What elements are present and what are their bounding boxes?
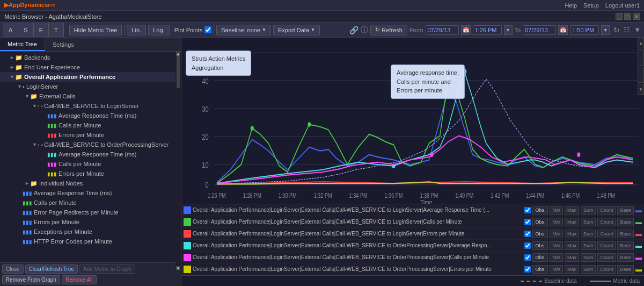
obs-btn[interactable]: Obs. bbox=[532, 230, 548, 238]
tree-item[interactable]: ▼ ▫ ▫ Call-WEB_SERVICE to OrderProcessin… bbox=[0, 140, 181, 149]
plot-points-checkbox[interactable] bbox=[204, 26, 211, 33]
tab-metric-tree[interactable]: Metric Tree bbox=[0, 38, 45, 51]
tree-item[interactable]: ▮▮▮ Average Response Time (ms) bbox=[0, 111, 181, 120]
tree-item[interactable]: ▮▮▮ Errors per Minute bbox=[0, 217, 181, 227]
count-btn[interactable]: Count bbox=[597, 206, 616, 215]
lin-btn[interactable]: Lin. bbox=[127, 25, 146, 35]
count-btn[interactable]: Count bbox=[597, 253, 616, 262]
refresh-icon2[interactable]: ↻ bbox=[613, 26, 620, 34]
tree-container[interactable]: ► 📁 Backends ► 📁 End User Experience ▼ 📁 bbox=[0, 52, 181, 262]
min-btn[interactable]: Min bbox=[550, 265, 563, 274]
to-date-input[interactable] bbox=[523, 25, 556, 35]
base-btn[interactable]: Base bbox=[617, 230, 634, 238]
close-btn[interactable]: Close bbox=[2, 264, 24, 274]
max-btn[interactable]: Max bbox=[565, 265, 579, 274]
logout-link[interactable]: Logout user1 bbox=[605, 2, 640, 9]
obs-btn[interactable]: Obs. bbox=[532, 241, 548, 250]
tree-item[interactable]: ▼ 📁 External Calls bbox=[0, 91, 181, 101]
to-time-down[interactable]: ▼ bbox=[601, 25, 610, 35]
refresh-btn[interactable]: ↻ Refresh bbox=[370, 25, 407, 35]
sum-btn[interactable]: Sum bbox=[581, 206, 596, 215]
tree-item[interactable]: ▮▮▮ HTTP Error Codes per Minute bbox=[0, 237, 181, 246]
sum-btn[interactable]: Sum bbox=[581, 265, 596, 274]
clear-refresh-tree-btn[interactable]: Clear/Refresh Tree bbox=[25, 264, 78, 274]
cam-icon[interactable]: ☷ bbox=[624, 26, 630, 34]
tree-item[interactable]: ▼ ▪ LoginServer bbox=[0, 82, 181, 91]
count-btn[interactable]: Count bbox=[597, 230, 616, 238]
legend-checkbox[interactable] bbox=[524, 219, 531, 225]
legend-checkbox[interactable] bbox=[524, 254, 531, 261]
count-btn[interactable]: Count bbox=[597, 218, 616, 226]
base-btn[interactable]: Base bbox=[617, 265, 634, 274]
obs-btn[interactable]: Obs. bbox=[532, 218, 548, 226]
tree-item[interactable]: ▮▮▮ Errors per Minute bbox=[0, 169, 181, 178]
base-btn[interactable]: Base bbox=[617, 206, 634, 215]
tree-item[interactable]: ► 📁 Individual Nodes bbox=[0, 178, 181, 188]
max-btn[interactable]: Max bbox=[565, 253, 579, 262]
legend-checkbox[interactable] bbox=[524, 231, 531, 237]
tree-item[interactable]: ▮▮▮ Calls per Minute bbox=[0, 120, 181, 130]
min-btn[interactable]: Min bbox=[550, 230, 563, 238]
down-icon[interactable]: ▼ bbox=[634, 26, 641, 34]
add-metric-to-graph-btn[interactable]: Add Metric to Graph bbox=[79, 264, 135, 274]
hide-metric-tree-btn[interactable]: Hide Metric Tree bbox=[69, 25, 122, 35]
tree-item[interactable]: ► 📁 Backends bbox=[0, 53, 181, 62]
tree-scrollbar[interactable]: ▲ ▼ bbox=[175, 52, 181, 270]
from-time-down[interactable]: ▼ bbox=[504, 25, 513, 35]
tree-item[interactable]: ▮▮▮ Average Response Time (ms) bbox=[0, 149, 181, 159]
nav-tab-3[interactable]: E bbox=[34, 23, 49, 37]
base-btn[interactable]: Base bbox=[617, 241, 634, 250]
sum-btn[interactable]: Sum bbox=[581, 253, 596, 262]
to-cal-btn[interactable]: 📅 bbox=[558, 25, 568, 35]
minimize-btn[interactable]: _ bbox=[616, 13, 623, 20]
export-data-btn[interactable]: Export Data▼ bbox=[273, 25, 320, 35]
close-window-btn[interactable]: ✕ bbox=[633, 13, 640, 20]
remove-all-btn[interactable]: Remove All bbox=[62, 275, 97, 284]
from-cal-btn[interactable]: 📅 bbox=[461, 25, 471, 35]
tree-item[interactable]: ▮▮▮ Average Response Time (ms) bbox=[0, 188, 181, 198]
link-icon[interactable]: 🔗 bbox=[349, 26, 358, 34]
sum-btn[interactable]: Sum bbox=[581, 218, 596, 226]
max-btn[interactable]: Max bbox=[565, 241, 579, 250]
baseline-btn[interactable]: Baseline: none▼ bbox=[216, 25, 271, 35]
tree-item[interactable]: ▼ 📁 Overall Application Performance bbox=[0, 72, 181, 82]
side-tab-1[interactable] bbox=[638, 49, 644, 66]
base-btn[interactable]: Base bbox=[617, 218, 634, 226]
max-btn[interactable]: Max bbox=[565, 218, 579, 226]
from-time-input[interactable] bbox=[473, 25, 502, 35]
min-btn[interactable]: Min bbox=[550, 253, 563, 262]
tree-item[interactable]: ▮▮▮ Error Page Redirects per Minute bbox=[0, 208, 181, 217]
remove-from-graph-btn[interactable]: Remove From Graph bbox=[2, 275, 60, 284]
side-tab-2[interactable] bbox=[638, 67, 644, 83]
tree-item[interactable]: ▮▮▮ Calls per Minute bbox=[0, 198, 181, 208]
sum-btn[interactable]: Sum bbox=[581, 230, 596, 238]
to-time-input[interactable] bbox=[570, 25, 599, 35]
nav-tab-2[interactable]: S bbox=[18, 23, 33, 37]
setup-link[interactable]: Setup bbox=[583, 2, 599, 9]
max-btn[interactable]: Max bbox=[565, 230, 579, 238]
side-tab-up[interactable]: ▲ bbox=[638, 38, 644, 48]
min-btn[interactable]: Min bbox=[550, 206, 563, 215]
obs-btn[interactable]: Obs. bbox=[532, 253, 548, 262]
legend-checkbox[interactable] bbox=[524, 266, 531, 273]
log-btn[interactable]: Log. bbox=[148, 25, 169, 35]
side-tab-down[interactable]: ▼ bbox=[638, 84, 644, 95]
tree-item[interactable]: ► 📁 End User Experience bbox=[0, 62, 181, 72]
count-btn[interactable]: Count bbox=[597, 241, 616, 250]
legend-checkbox[interactable] bbox=[524, 242, 531, 249]
info-icon[interactable]: ⓘ bbox=[361, 25, 368, 35]
tree-item[interactable]: ▮▮▮ Errors per Minute bbox=[0, 130, 181, 140]
from-date-input[interactable] bbox=[426, 25, 459, 35]
count-btn[interactable]: Count bbox=[597, 265, 616, 274]
obs-btn[interactable]: Obs. bbox=[532, 206, 548, 215]
min-btn[interactable]: Min bbox=[550, 241, 563, 250]
legend-checkbox[interactable] bbox=[524, 207, 531, 213]
nav-tab-4[interactable]: T bbox=[49, 23, 64, 37]
restore-btn[interactable]: □ bbox=[624, 13, 631, 20]
tree-item[interactable]: ▮▮▮ Calls per Minute bbox=[0, 159, 181, 169]
sum-btn[interactable]: Sum bbox=[581, 241, 596, 250]
help-link[interactable]: Help bbox=[565, 2, 577, 9]
tree-item[interactable]: ▮▮▮ Exceptions per Minute bbox=[0, 227, 181, 237]
nav-tab-1[interactable]: A bbox=[3, 23, 18, 37]
min-btn[interactable]: Min bbox=[550, 218, 563, 226]
